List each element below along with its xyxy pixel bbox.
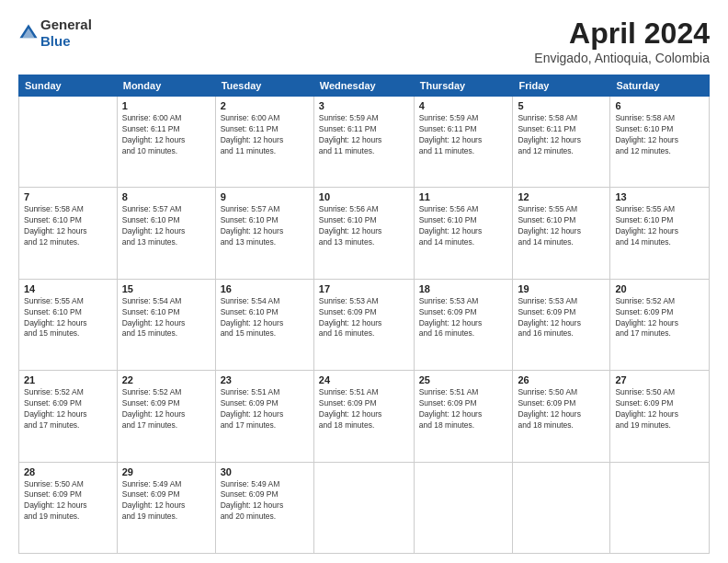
day-number: 20	[615, 283, 704, 294]
day-info: Sunrise: 5:50 AMSunset: 6:09 PMDaylight:…	[615, 387, 704, 431]
calendar-cell: 26Sunrise: 5:50 AMSunset: 6:09 PMDayligh…	[513, 371, 610, 462]
day-number: 24	[319, 374, 409, 385]
day-info: Sunrise: 5:56 AMSunset: 6:10 PMDaylight:…	[319, 204, 409, 248]
calendar-cell: 7Sunrise: 5:58 AMSunset: 6:10 PMDaylight…	[19, 188, 118, 279]
calendar-cell: 4Sunrise: 5:59 AMSunset: 6:11 PMDaylight…	[414, 97, 513, 188]
day-info: Sunrise: 5:50 AMSunset: 6:09 PMDaylight:…	[24, 479, 112, 523]
weekday-row: SundayMondayTuesdayWednesdayThursdayFrid…	[19, 75, 710, 97]
logo-icon	[18, 23, 39, 43]
header: General Blue April 2024 Envigado, Antioq…	[18, 17, 710, 65]
day-number: 25	[419, 374, 508, 385]
calendar-week-1: 7Sunrise: 5:58 AMSunset: 6:10 PMDaylight…	[19, 188, 710, 279]
calendar-cell: 23Sunrise: 5:51 AMSunset: 6:09 PMDayligh…	[215, 371, 313, 462]
day-number: 29	[122, 466, 210, 477]
day-number: 23	[221, 374, 309, 385]
day-info: Sunrise: 5:53 AMSunset: 6:09 PMDaylight:…	[319, 296, 409, 340]
day-info: Sunrise: 5:53 AMSunset: 6:09 PMDaylight:…	[419, 296, 508, 340]
calendar-cell: 11Sunrise: 5:56 AMSunset: 6:10 PMDayligh…	[414, 188, 513, 279]
calendar-cell: 21Sunrise: 5:52 AMSunset: 6:09 PMDayligh…	[19, 371, 118, 462]
calendar-cell: 24Sunrise: 5:51 AMSunset: 6:09 PMDayligh…	[313, 371, 414, 462]
day-number: 6	[615, 100, 704, 111]
day-number: 1	[122, 100, 210, 111]
calendar-cell: 30Sunrise: 5:49 AMSunset: 6:09 PMDayligh…	[215, 462, 313, 553]
weekday-header-saturday: Saturday	[610, 75, 710, 97]
day-info: Sunrise: 5:55 AMSunset: 6:10 PMDaylight:…	[615, 204, 704, 248]
day-number: 12	[518, 191, 605, 202]
day-info: Sunrise: 5:52 AMSunset: 6:09 PMDaylight:…	[615, 296, 704, 340]
day-number: 14	[24, 283, 112, 294]
calendar-body: 1Sunrise: 6:00 AMSunset: 6:11 PMDaylight…	[19, 97, 710, 554]
calendar-cell: 9Sunrise: 5:57 AMSunset: 6:10 PMDaylight…	[215, 188, 313, 279]
logo-general: General	[40, 17, 92, 32]
day-info: Sunrise: 5:52 AMSunset: 6:09 PMDaylight:…	[24, 387, 112, 431]
day-info: Sunrise: 5:51 AMSunset: 6:09 PMDaylight:…	[319, 387, 409, 431]
weekday-header-sunday: Sunday	[19, 75, 118, 97]
month-title: April 2024	[534, 17, 710, 51]
logo: General Blue	[18, 17, 92, 50]
calendar-cell	[19, 97, 118, 188]
day-number: 18	[419, 283, 508, 294]
day-info: Sunrise: 5:52 AMSunset: 6:09 PMDaylight:…	[122, 387, 210, 431]
weekday-header-monday: Monday	[117, 75, 215, 97]
day-info: Sunrise: 5:57 AMSunset: 6:10 PMDaylight:…	[122, 204, 210, 248]
weekday-header-wednesday: Wednesday	[313, 75, 414, 97]
day-info: Sunrise: 5:50 AMSunset: 6:09 PMDaylight:…	[518, 387, 605, 431]
day-number: 16	[221, 283, 309, 294]
calendar-cell	[610, 462, 710, 553]
day-info: Sunrise: 5:58 AMSunset: 6:10 PMDaylight:…	[615, 113, 704, 157]
day-info: Sunrise: 5:58 AMSunset: 6:11 PMDaylight:…	[518, 113, 605, 157]
day-number: 4	[419, 100, 508, 111]
calendar-cell: 6Sunrise: 5:58 AMSunset: 6:10 PMDaylight…	[610, 97, 710, 188]
day-info: Sunrise: 5:54 AMSunset: 6:10 PMDaylight:…	[221, 296, 309, 340]
calendar-cell: 8Sunrise: 5:57 AMSunset: 6:10 PMDaylight…	[117, 188, 215, 279]
day-number: 21	[24, 374, 112, 385]
day-number: 8	[122, 191, 210, 202]
day-number: 5	[518, 100, 605, 111]
day-number: 22	[122, 374, 210, 385]
calendar-cell: 14Sunrise: 5:55 AMSunset: 6:10 PMDayligh…	[19, 279, 118, 370]
day-info: Sunrise: 6:00 AMSunset: 6:11 PMDaylight:…	[221, 113, 309, 157]
day-info: Sunrise: 5:57 AMSunset: 6:10 PMDaylight:…	[221, 204, 309, 248]
calendar-cell: 27Sunrise: 5:50 AMSunset: 6:09 PMDayligh…	[610, 371, 710, 462]
day-number: 7	[24, 191, 112, 202]
day-info: Sunrise: 6:00 AMSunset: 6:11 PMDaylight:…	[122, 113, 210, 157]
calendar-cell: 13Sunrise: 5:55 AMSunset: 6:10 PMDayligh…	[610, 188, 710, 279]
weekday-header-friday: Friday	[513, 75, 610, 97]
day-number: 26	[518, 374, 605, 385]
calendar-cell	[313, 462, 414, 553]
calendar-cell: 25Sunrise: 5:51 AMSunset: 6:09 PMDayligh…	[414, 371, 513, 462]
day-info: Sunrise: 5:49 AMSunset: 6:09 PMDaylight:…	[221, 479, 309, 523]
calendar-header: SundayMondayTuesdayWednesdayThursdayFrid…	[19, 75, 710, 97]
page: General Blue April 2024 Envigado, Antioq…	[0, 0, 728, 563]
day-info: Sunrise: 5:58 AMSunset: 6:10 PMDaylight:…	[24, 204, 112, 248]
day-info: Sunrise: 5:51 AMSunset: 6:09 PMDaylight:…	[221, 387, 309, 431]
location: Envigado, Antioquia, Colombia	[534, 51, 710, 65]
calendar-cell: 17Sunrise: 5:53 AMSunset: 6:09 PMDayligh…	[313, 279, 414, 370]
day-info: Sunrise: 5:59 AMSunset: 6:11 PMDaylight:…	[419, 113, 508, 157]
day-number: 30	[221, 466, 309, 477]
day-info: Sunrise: 5:54 AMSunset: 6:10 PMDaylight:…	[122, 296, 210, 340]
day-number: 15	[122, 283, 210, 294]
calendar-cell: 16Sunrise: 5:54 AMSunset: 6:10 PMDayligh…	[215, 279, 313, 370]
day-number: 19	[518, 283, 605, 294]
day-number: 10	[319, 191, 409, 202]
weekday-header-thursday: Thursday	[414, 75, 513, 97]
day-number: 13	[615, 191, 704, 202]
calendar-cell: 28Sunrise: 5:50 AMSunset: 6:09 PMDayligh…	[19, 462, 118, 553]
calendar-cell: 15Sunrise: 5:54 AMSunset: 6:10 PMDayligh…	[117, 279, 215, 370]
calendar-week-0: 1Sunrise: 6:00 AMSunset: 6:11 PMDaylight…	[19, 97, 710, 188]
day-number: 27	[615, 374, 704, 385]
calendar-week-2: 14Sunrise: 5:55 AMSunset: 6:10 PMDayligh…	[19, 279, 710, 370]
calendar-cell: 12Sunrise: 5:55 AMSunset: 6:10 PMDayligh…	[513, 188, 610, 279]
calendar-cell: 18Sunrise: 5:53 AMSunset: 6:09 PMDayligh…	[414, 279, 513, 370]
calendar-week-4: 28Sunrise: 5:50 AMSunset: 6:09 PMDayligh…	[19, 462, 710, 553]
title-block: April 2024 Envigado, Antioquia, Colombia	[534, 17, 710, 65]
day-info: Sunrise: 5:49 AMSunset: 6:09 PMDaylight:…	[122, 479, 210, 523]
calendar-cell: 10Sunrise: 5:56 AMSunset: 6:10 PMDayligh…	[313, 188, 414, 279]
calendar-cell: 29Sunrise: 5:49 AMSunset: 6:09 PMDayligh…	[117, 462, 215, 553]
day-info: Sunrise: 5:55 AMSunset: 6:10 PMDaylight:…	[518, 204, 605, 248]
calendar-table: SundayMondayTuesdayWednesdayThursdayFrid…	[18, 75, 710, 554]
day-number: 28	[24, 466, 112, 477]
calendar-cell: 19Sunrise: 5:53 AMSunset: 6:09 PMDayligh…	[513, 279, 610, 370]
day-info: Sunrise: 5:59 AMSunset: 6:11 PMDaylight:…	[319, 113, 409, 157]
